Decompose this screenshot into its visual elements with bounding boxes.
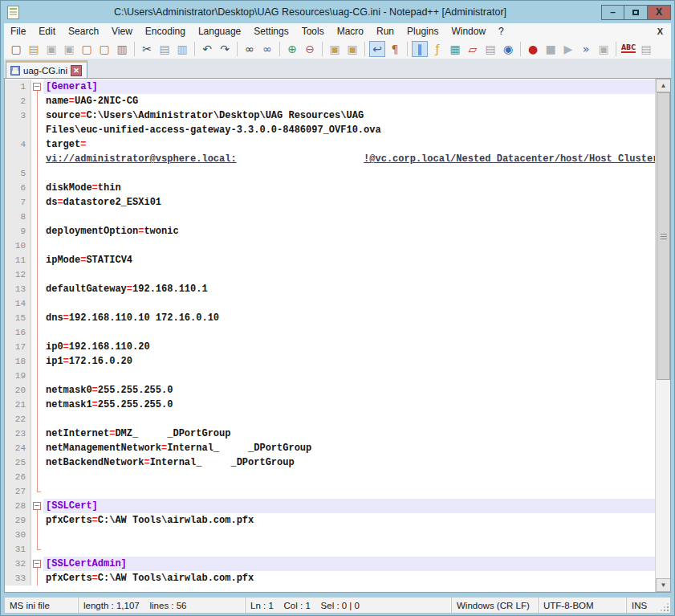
- document-list-button[interactable]: ▱: [465, 41, 481, 57]
- sync-scroll-vertical-button[interactable]: ▣: [327, 41, 343, 57]
- line-text[interactable]: deploymentOption=twonic: [43, 224, 655, 239]
- menu-help[interactable]: ?: [492, 24, 510, 39]
- line-text[interactable]: defaultGateway=192.168.110.1: [43, 282, 655, 296]
- new-file-button[interactable]: ▢: [8, 41, 24, 57]
- menu-search[interactable]: Search: [62, 24, 105, 39]
- undo-button[interactable]: ↶: [199, 41, 215, 57]
- line-text[interactable]: netBackendNetwork=Internal_ _DPortGroup: [43, 455, 655, 470]
- line-text[interactable]: [43, 542, 655, 557]
- copy-button[interactable]: ▤: [157, 41, 173, 57]
- line-text[interactable]: [43, 210, 655, 224]
- status-eol-format[interactable]: Windows (CR LF): [452, 598, 539, 613]
- save-macro-button[interactable]: ▣: [596, 41, 612, 57]
- vertical-scrollbar[interactable]: ▲ ▼: [655, 79, 670, 592]
- line-text[interactable]: dns=192.168.110.10 172.16.0.10: [43, 311, 655, 325]
- zoom-in-button[interactable]: ⊕: [284, 41, 300, 57]
- scroll-up-icon[interactable]: ▲: [656, 79, 671, 92]
- status-insert-mode[interactable]: INS: [627, 598, 670, 613]
- line-text[interactable]: [43, 470, 655, 484]
- menu-tools[interactable]: Tools: [295, 24, 331, 39]
- minimize-button[interactable]: –: [601, 5, 624, 20]
- line-text[interactable]: netManagementNetwork=Internal_ _DPortGro…: [43, 441, 655, 455]
- line-text[interactable]: [43, 528, 655, 542]
- fold-collapse-icon[interactable]: [31, 499, 43, 513]
- paste-button[interactable]: ▥: [174, 41, 190, 57]
- fold-collapse-icon[interactable]: [31, 80, 43, 94]
- save-file-button[interactable]: ▣: [43, 41, 59, 57]
- open-file-button[interactable]: ▤: [26, 41, 42, 57]
- line-text[interactable]: netmask1=255.255.255.0: [43, 398, 655, 412]
- line-text[interactable]: target=: [43, 137, 655, 152]
- spell-check-button[interactable]: ABC: [620, 41, 636, 57]
- line-text[interactable]: ds=datastore2_ESXi01: [43, 195, 655, 210]
- line-text[interactable]: ip1=172.16.0.20: [43, 354, 655, 369]
- plugin-button[interactable]: ▤: [638, 41, 654, 57]
- line-text[interactable]: netInternet=DMZ_ _DPortGroup: [43, 426, 655, 441]
- line-text[interactable]: Files\euc-unified-access-gateway-3.3.0.0…: [43, 123, 655, 137]
- menu-window[interactable]: Window: [445, 24, 492, 39]
- line-text[interactable]: [43, 412, 655, 426]
- line-text[interactable]: pfxCerts=C:\AW Tools\airwlab.com.pfx: [43, 513, 655, 528]
- line-text[interactable]: ipMode=STATICV4: [43, 253, 655, 267]
- close-button[interactable]: X: [648, 5, 671, 20]
- redo-button[interactable]: ↷: [217, 41, 233, 57]
- show-all-characters-icon: ¶: [392, 43, 399, 55]
- line-text[interactable]: [43, 325, 655, 340]
- line-text[interactable]: [43, 296, 655, 311]
- indent-guide-button[interactable]: ∥: [412, 41, 428, 57]
- line-text[interactable]: [SSLCertAdmin]: [43, 557, 655, 571]
- print-button[interactable]: ▥: [114, 41, 130, 57]
- fold-collapse-icon[interactable]: [31, 557, 43, 571]
- tab-close-icon[interactable]: ✕: [71, 65, 82, 76]
- status-encoding[interactable]: UTF-8-BOM: [539, 598, 627, 613]
- tab-uag-cg-ini[interactable]: uag-CG.ini ✕: [6, 60, 87, 78]
- menu-language[interactable]: Language: [192, 24, 247, 39]
- run-macro-multiple-button[interactable]: »: [578, 41, 594, 57]
- line-text[interactable]: [43, 484, 655, 499]
- close-file-button[interactable]: ▢: [79, 41, 95, 57]
- line-text[interactable]: ip0=192.168.110.20: [43, 340, 655, 354]
- line-text[interactable]: [43, 166, 655, 181]
- menu-view[interactable]: View: [105, 24, 139, 39]
- menu-settings[interactable]: Settings: [247, 24, 295, 39]
- stop-macro-button[interactable]: ■: [543, 41, 559, 57]
- play-macro-button[interactable]: ▶: [560, 41, 576, 57]
- line-text[interactable]: source=C:\Users\Administrator\Desktop\UA…: [43, 108, 655, 123]
- menu-file[interactable]: File: [4, 24, 32, 39]
- folder-as-workspace-button[interactable]: ▤: [482, 41, 498, 57]
- line-text[interactable]: [43, 239, 655, 253]
- line-text[interactable]: [General]: [43, 80, 655, 94]
- close-all-button[interactable]: ▢: [96, 41, 112, 57]
- resize-grip[interactable]: [661, 603, 669, 611]
- menu-encoding[interactable]: Encoding: [139, 24, 192, 39]
- sync-scroll-horizontal-button[interactable]: ▣: [344, 41, 360, 57]
- line-text[interactable]: vi://administrator@vsphere.local: !@vc.c…: [43, 152, 658, 166]
- menu-run[interactable]: Run: [370, 24, 401, 39]
- cut-button[interactable]: ✂: [139, 41, 155, 57]
- menu-plugins[interactable]: Plugins: [401, 24, 445, 39]
- function-list-button[interactable]: ƒ: [429, 41, 445, 57]
- scroll-down-icon[interactable]: ▼: [656, 578, 671, 592]
- show-all-characters-button[interactable]: ¶: [387, 41, 403, 57]
- replace-button[interactable]: ∞: [259, 41, 275, 57]
- line-text[interactable]: [43, 369, 655, 383]
- zoom-out-button[interactable]: ⊖: [302, 41, 318, 57]
- menu-macro[interactable]: Macro: [331, 24, 370, 39]
- menu-edit[interactable]: Edit: [32, 24, 62, 39]
- save-all-button[interactable]: ▣: [61, 41, 77, 57]
- record-macro-button[interactable]: ●: [525, 41, 541, 57]
- editor-surface[interactable]: 1[General]2name=UAG-2NIC-CG3source=C:\Us…: [5, 80, 655, 592]
- monitoring-button[interactable]: ◉: [500, 41, 516, 57]
- word-wrap-button[interactable]: ↩: [369, 41, 385, 57]
- line-text[interactable]: name=UAG-2NIC-CG: [43, 94, 655, 108]
- line-text[interactable]: [43, 267, 655, 282]
- scrollbar-thumb[interactable]: [657, 92, 670, 380]
- maximize-button[interactable]: [624, 5, 648, 20]
- line-text[interactable]: pfxCerts=C:\AW Tools\airwlab.com.pfx: [43, 571, 655, 585]
- line-text[interactable]: [SSLCert]: [43, 499, 655, 513]
- line-text[interactable]: netmask0=255.255.255.0: [43, 383, 655, 398]
- menubar-close-button[interactable]: X: [649, 27, 671, 36]
- document-map-button[interactable]: ▦: [447, 41, 463, 57]
- find-button[interactable]: ∞: [242, 41, 258, 57]
- line-text[interactable]: diskMode=thin: [43, 181, 655, 195]
